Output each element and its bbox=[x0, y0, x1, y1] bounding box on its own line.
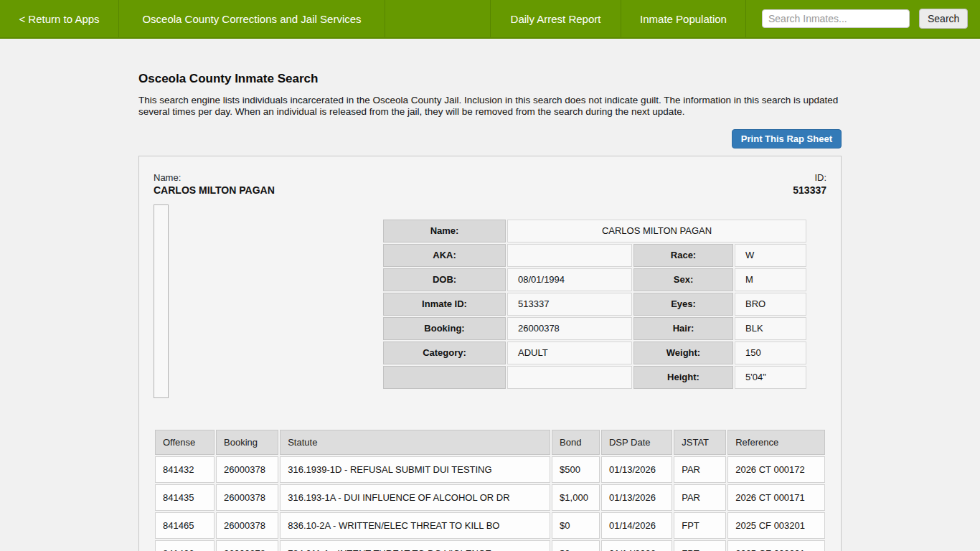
offense-cell: 2025 CF 003201 bbox=[727, 512, 825, 539]
offense-column-header: Offense bbox=[155, 430, 215, 455]
offense-cell: $500 bbox=[552, 456, 600, 483]
detail-label: DOB: bbox=[383, 268, 506, 291]
table-row: DOB: 08/01/1994 Sex: M bbox=[383, 268, 806, 291]
detail-label: Race: bbox=[633, 244, 733, 267]
offense-cell: 26000378 bbox=[216, 512, 278, 539]
detail-value: W bbox=[735, 244, 806, 267]
offense-cell: 316.1939-1D - REFUSAL SUBMIT DUI TESTING bbox=[280, 456, 550, 483]
detail-value: 5'04" bbox=[735, 366, 806, 389]
offense-cell: PAR bbox=[674, 456, 726, 483]
offense-cell: 784.011-1 - INTENT THREAT TO DO VIOLENCE bbox=[280, 540, 550, 551]
table-row: 84146626000378784.011-1 - INTENT THREAT … bbox=[155, 540, 825, 551]
table-row: Name: CARLOS MILTON PAGAN bbox=[383, 220, 806, 242]
name-label: Name: bbox=[154, 172, 275, 183]
offense-cell: 01/13/2026 bbox=[601, 484, 672, 511]
detail-value: ADULT bbox=[507, 342, 632, 364]
table-row: AKA: Race: W bbox=[383, 244, 806, 267]
detail-value: BLK bbox=[735, 317, 806, 340]
nav-inmate-population[interactable]: Inmate Population bbox=[621, 0, 746, 37]
inmate-name-block: Name: CARLOS MILTON PAGAN bbox=[154, 172, 275, 196]
table-row: Height: 5'04" bbox=[383, 366, 806, 389]
page-description: This search engine lists individuals inc… bbox=[138, 95, 842, 118]
offense-cell: FPT bbox=[674, 540, 726, 551]
detail-label: AKA: bbox=[383, 244, 506, 267]
offense-cell: $0 bbox=[552, 540, 600, 551]
nav-spacer bbox=[385, 0, 491, 37]
offense-cell: 01/14/2026 bbox=[601, 512, 672, 539]
inmate-name: CARLOS MILTON PAGAN bbox=[154, 184, 275, 196]
nav-daily-arrest-report[interactable]: Daily Arrest Report bbox=[491, 0, 621, 37]
offenses-header-row: OffenseBookingStatuteBondDSP DateJSTATRe… bbox=[155, 430, 825, 455]
offense-cell: 841435 bbox=[155, 484, 215, 511]
mugshot-placeholder bbox=[154, 204, 169, 398]
inmate-id: 513337 bbox=[793, 184, 826, 196]
nav-brand[interactable]: Osceola County Corrections and Jail Serv… bbox=[119, 0, 385, 37]
offense-cell: FPT bbox=[674, 512, 726, 539]
detail-value: M bbox=[735, 268, 806, 291]
offense-cell: 2026 CT 000171 bbox=[727, 484, 825, 511]
detail-value: 08/01/1994 bbox=[507, 268, 632, 291]
offense-column-header: Bond bbox=[552, 430, 600, 455]
detail-label: Weight: bbox=[633, 342, 733, 364]
table-row: Inmate ID: 513337 Eyes: BRO bbox=[383, 293, 806, 316]
id-label: ID: bbox=[793, 172, 826, 183]
offense-cell: 836.10-2A - WRITTEN/ELEC THREAT TO KILL … bbox=[280, 512, 550, 539]
print-row: Print This Rap Sheet bbox=[138, 129, 842, 149]
detail-label: Sex: bbox=[633, 268, 733, 291]
offense-cell: 841466 bbox=[155, 540, 215, 551]
table-row: 84146526000378836.10-2A - WRITTEN/ELEC T… bbox=[155, 512, 825, 539]
offense-cell: 26000378 bbox=[216, 540, 278, 551]
offense-cell: 316.193-1A - DUI INFLUENCE OF ALCOHOL OR… bbox=[280, 484, 550, 511]
offense-column-header: JSTAT bbox=[674, 430, 726, 455]
offense-cell: $1,000 bbox=[552, 484, 600, 511]
offense-cell: PAR bbox=[674, 484, 726, 511]
detail-value: BRO bbox=[735, 293, 806, 316]
detail-value bbox=[507, 366, 632, 389]
offense-cell: 841465 bbox=[155, 512, 215, 539]
detail-value: 513337 bbox=[507, 293, 632, 316]
detail-label: Booking: bbox=[383, 317, 506, 340]
offense-cell: 2026 CT 000172 bbox=[727, 456, 825, 483]
offenses-table: OffenseBookingStatuteBondDSP DateJSTATRe… bbox=[154, 428, 826, 551]
detail-value bbox=[507, 244, 632, 267]
detail-label: Inmate ID: bbox=[383, 293, 506, 316]
table-row: Booking: 26000378 Hair: BLK bbox=[383, 317, 806, 340]
inmate-id-block: ID: 513337 bbox=[793, 172, 826, 196]
offense-cell: 2025 CF 003201 bbox=[727, 540, 825, 551]
table-row: Category: ADULT Weight: 150 bbox=[383, 342, 806, 364]
detail-label: Category: bbox=[383, 342, 506, 364]
search-input[interactable] bbox=[762, 9, 910, 28]
print-rap-sheet-button[interactable]: Print This Rap Sheet bbox=[732, 129, 842, 149]
page-title: Osceola County Inmate Search bbox=[138, 72, 842, 86]
table-row: 84143226000378316.1939-1D - REFUSAL SUBM… bbox=[155, 456, 825, 483]
inmate-details-table: Name: CARLOS MILTON PAGAN AKA: Race: W D… bbox=[382, 218, 808, 390]
detail-label: Eyes: bbox=[633, 293, 733, 316]
detail-value: 26000378 bbox=[507, 317, 632, 340]
detail-label: Name: bbox=[383, 220, 506, 242]
table-row: 84143526000378316.193-1A - DUI INFLUENCE… bbox=[155, 484, 825, 511]
offenses-table-body: 84143226000378316.1939-1D - REFUSAL SUBM… bbox=[155, 456, 825, 551]
nav-return-to-apps[interactable]: < Return to Apps bbox=[0, 0, 119, 37]
offense-column-header: Statute bbox=[280, 430, 550, 455]
offense-cell: $0 bbox=[552, 512, 600, 539]
nav-search-area: Search bbox=[746, 0, 980, 37]
inmate-main-row: Name: CARLOS MILTON PAGAN AKA: Race: W D… bbox=[154, 204, 826, 400]
detail-label bbox=[383, 366, 506, 389]
offense-column-header: Booking bbox=[216, 430, 278, 455]
offense-cell: 26000378 bbox=[216, 456, 278, 483]
inmate-panel-header: Name: CARLOS MILTON PAGAN ID: 513337 bbox=[154, 172, 826, 196]
detail-label: Height: bbox=[633, 366, 733, 389]
page-content: Osceola County Inmate Search This search… bbox=[138, 72, 842, 551]
offense-cell: 26000378 bbox=[216, 484, 278, 511]
top-nav: < Return to Apps Osceola County Correcti… bbox=[0, 0, 980, 39]
detail-label: Hair: bbox=[633, 317, 733, 340]
inmate-panel: Name: CARLOS MILTON PAGAN ID: 513337 Nam… bbox=[138, 156, 842, 551]
offense-cell: 01/13/2026 bbox=[601, 456, 672, 483]
search-button[interactable]: Search bbox=[919, 9, 968, 29]
offense-cell: 841432 bbox=[155, 456, 215, 483]
offense-column-header: Reference bbox=[727, 430, 825, 455]
detail-value: 150 bbox=[735, 342, 806, 364]
detail-value: CARLOS MILTON PAGAN bbox=[507, 220, 806, 242]
offense-column-header: DSP Date bbox=[601, 430, 672, 455]
offense-cell: 01/14/2026 bbox=[601, 540, 672, 551]
